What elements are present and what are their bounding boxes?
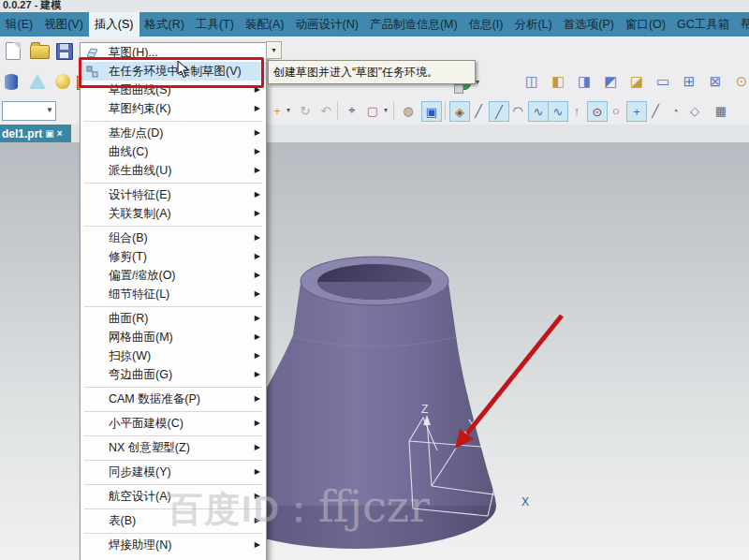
menu-item-trim[interactable]: 修剪(T) ▶ — [81, 247, 266, 266]
cylinder-icon[interactable] — [5, 74, 18, 90]
subtract-icon[interactable]: ⊠ — [704, 70, 727, 93]
menu-item-surface[interactable]: 曲面(R) ▶ — [81, 309, 266, 328]
cone-icon[interactable] — [29, 74, 46, 89]
circle-icon[interactable]: ○ — [607, 101, 625, 120]
menu-item-sweep[interactable]: 扫掠(W) ▶ — [81, 346, 266, 365]
sketch-in-task-env-icon — [85, 65, 99, 79]
menu-view[interactable]: 视图(V) — [38, 12, 89, 37]
tooltip-text: 创建草图并进入“草图”任务环境。 — [273, 66, 438, 79]
tooltip: 创建草图并进入“草图”任务环境。 — [268, 60, 476, 84]
menu-gc-toolbox[interactable]: GC工具箱 — [671, 12, 735, 37]
menu-item-table[interactable]: 表(B) ▶ — [81, 511, 266, 530]
save-icon[interactable] — [56, 43, 73, 60]
menu-analysis[interactable]: 分析(L) — [508, 12, 557, 37]
menu-item-weld-assistant[interactable]: 焊接助理(N) ▶ — [81, 536, 266, 554]
menu-item-design-feature[interactable]: 设计特征(E) ▶ — [81, 185, 266, 204]
studio-spline-icon[interactable]: ∿ — [528, 101, 549, 122]
menu-item-cam-data-prep[interactable]: CAM 数据准备(P) ▶ — [81, 390, 266, 408]
menu-item-aero-design[interactable]: 航空设计(A) ▶ — [81, 487, 266, 506]
menu-preferences[interactable]: 首选项(P) — [558, 12, 620, 37]
menu-item-sketch-curve[interactable]: 草图曲线(S) ▶ — [81, 81, 266, 99]
chevron-down-icon: ▼ — [46, 106, 53, 114]
chevron-down-icon[interactable]: ▾ — [476, 78, 479, 86]
menu-item-curve[interactable]: 曲线(C) ▶ — [81, 142, 266, 161]
new-file-icon[interactable] — [6, 42, 21, 60]
submenu-arrow-icon: ▶ — [255, 328, 260, 346]
axis-label-z: Z — [421, 403, 428, 416]
chevron-down-icon[interactable]: ▾ — [286, 106, 290, 114]
insert-dropdown-menu: 草图(H)... 在任务环境中绘制草图(V) 草图曲线(S) ▶ 草图约束(K)… — [80, 42, 267, 560]
blend-icon[interactable]: ◩ — [599, 70, 622, 93]
filter-combo[interactable]: ▼ — [2, 101, 56, 121]
menu-information[interactable]: 信息(I) — [463, 12, 509, 37]
open-file-icon[interactable] — [30, 45, 50, 59]
undo-icon[interactable]: ↶ — [316, 101, 335, 120]
annotation-arrow — [455, 316, 562, 449]
table-icon[interactable]: ▦ — [712, 101, 730, 120]
part-tab-label: del1.prt — [2, 127, 42, 140]
tab-float-icon[interactable]: ▣ — [45, 129, 53, 139]
menu-window[interactable]: 窗口(O) — [620, 12, 671, 37]
toolbar-overflow-caret[interactable]: ▾ — [266, 41, 282, 59]
menu-tools[interactable]: 工具(T) — [190, 12, 240, 37]
slash-line-icon[interactable]: ╱ — [646, 101, 665, 120]
menu-edit[interactable]: 辑(E) — [0, 12, 38, 37]
menu-item-detail-feature[interactable]: 细节特征(L) ▶ — [81, 285, 266, 303]
menu-item-sketch-in-task-env[interactable]: 在任务环境中绘制草图(V) — [81, 62, 266, 81]
polygon-icon[interactable]: ◇ — [685, 101, 704, 120]
redo-icon[interactable]: ↻ — [296, 101, 315, 120]
axis-label-x: X — [521, 495, 529, 508]
menu-item-derived-curve[interactable]: 派生曲线(U) ▶ — [81, 161, 266, 180]
menu-item-associative-copy[interactable]: 关联复制(A) ▶ — [81, 204, 266, 223]
wireframe-display-icon[interactable]: ▣ — [421, 101, 442, 122]
menu-item-sketch-constraint[interactable]: 草图约束(K) ▶ — [81, 99, 266, 118]
menu-item-datum-point[interactable]: 基准/点(D) ▶ — [81, 124, 266, 142]
partial-arc-icon[interactable]: ◔ — [666, 101, 684, 120]
submenu-arrow-icon: ▶ — [255, 346, 260, 365]
unite-icon[interactable]: ⊞ — [678, 70, 700, 93]
menu-insert[interactable]: 插入(S) — [89, 12, 140, 37]
shell-icon[interactable]: ⊙ — [730, 70, 749, 93]
through-curves-icon[interactable]: ◫ — [521, 70, 543, 93]
chamfer-icon[interactable]: ◪ — [625, 70, 648, 93]
submenu-arrow-icon: ▶ — [255, 161, 260, 180]
direction-up-icon[interactable]: ↑ — [567, 101, 586, 120]
clipped-toolbar-icon[interactable] — [60, 101, 79, 120]
menu-item-combine[interactable]: 组合(B) ▶ — [81, 228, 266, 247]
menu-assemblies[interactable]: 装配(A) — [240, 12, 290, 37]
sphere-icon[interactable] — [55, 74, 70, 89]
revolve-icon[interactable]: ◨ — [573, 70, 595, 93]
chevron-down-icon[interactable]: ▾ — [384, 106, 388, 114]
submenu-arrow-icon: ▶ — [255, 463, 260, 481]
extrude-icon[interactable]: ◧ — [547, 70, 569, 93]
circle-center-icon[interactable]: ⊙ — [587, 101, 608, 122]
arc-icon[interactable]: ◠ — [508, 101, 527, 120]
work-csys-icon[interactable]: ⌖ — [343, 101, 361, 120]
infinite-line-icon[interactable]: ╱ — [489, 101, 509, 122]
menu-format[interactable]: 格式(R) — [140, 12, 190, 37]
fit-curve-icon[interactable]: ∿ — [548, 101, 568, 122]
menu-item-synchronous-modeling[interactable]: 同步建模(Y) ▶ — [81, 463, 266, 481]
shaded-display-icon[interactable]: ◍ — [399, 101, 418, 120]
menu-item-facet-modeling[interactable]: 小平面建模(C) ▶ — [81, 414, 266, 433]
part-tab[interactable]: del1.prt ▣ × — [0, 125, 71, 142]
rect-select-icon[interactable]: ▢ — [363, 101, 382, 120]
window-title-text: 0.0.27 - 建模 — [3, 0, 61, 10]
plate-icon[interactable]: ▭ — [652, 70, 674, 93]
menu-item-offset-scale[interactable]: 偏置/缩放(O) ▶ — [81, 266, 266, 285]
menu-item-sketch[interactable]: 草图(H)... — [81, 43, 266, 62]
tab-close-icon[interactable]: × — [57, 129, 63, 139]
sketch-point-icon[interactable]: ◈ — [449, 101, 470, 122]
menu-animation-design[interactable]: 动画设计(N) — [290, 12, 364, 37]
submenu-arrow-icon: ▶ — [255, 414, 260, 433]
menu-pmi[interactable]: 产品制造信息(M) — [364, 12, 463, 37]
menu-item-mesh-surface[interactable]: 网格曲面(M) ▶ — [81, 328, 266, 346]
submenu-arrow-icon: ▶ — [255, 99, 260, 118]
snap-point-icon[interactable]: + — [268, 101, 286, 120]
submenu-arrow-icon: ▶ — [255, 285, 260, 303]
line-icon[interactable]: ╱ — [469, 101, 488, 120]
menu-item-nx-realize-shape[interactable]: NX 创意塑型(Z) ▶ — [81, 438, 266, 457]
menu-item-flange-surface[interactable]: 弯边曲面(G) ▶ — [81, 365, 266, 384]
plus-icon[interactable]: + — [626, 101, 647, 122]
menu-help[interactable]: 帮助(H) — [735, 12, 749, 37]
